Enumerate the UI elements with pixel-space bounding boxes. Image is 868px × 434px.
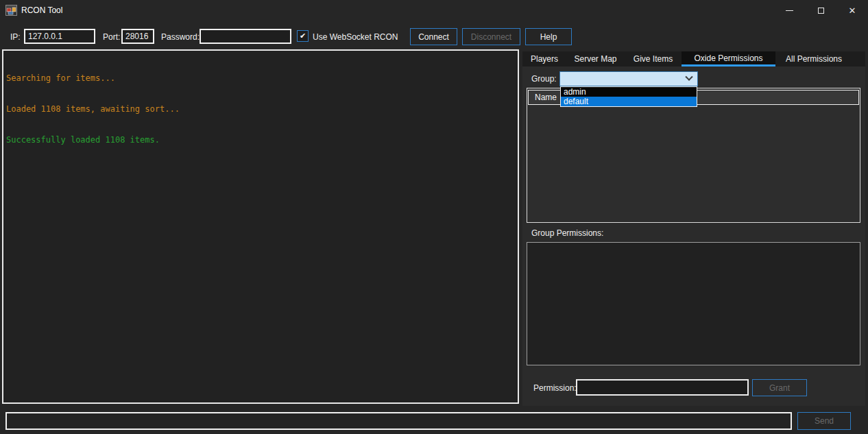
send-button[interactable]: Send — [797, 412, 851, 430]
permission-label: Permission: — [533, 383, 577, 393]
dropdown-option-default[interactable]: default — [561, 97, 697, 106]
maximize-button[interactable] — [805, 0, 836, 21]
console-line: Searching for items... — [6, 73, 515, 84]
tab-give-items[interactable]: Give Items — [625, 51, 682, 67]
console-line: Loaded 1108 items, awaiting sort... — [6, 104, 515, 114]
tab-server-map[interactable]: Server Map — [566, 51, 625, 67]
ip-label: IP: — [10, 32, 21, 42]
window-controls: ✕ — [773, 0, 868, 21]
group-members-table[interactable]: Name — [527, 88, 860, 223]
close-icon: ✕ — [849, 6, 856, 15]
port-input[interactable] — [121, 29, 154, 44]
tab-all-permissions[interactable]: All Permissions — [775, 51, 852, 67]
group-permissions-label: Group Permissions: — [531, 228, 603, 238]
console-line: Successfully loaded 1108 items. — [6, 135, 515, 145]
close-button[interactable]: ✕ — [836, 0, 868, 21]
command-input[interactable] — [5, 412, 792, 430]
websocket-label: Use WebSocket RCON — [313, 32, 398, 42]
group-label: Group: — [531, 74, 557, 84]
websocket-checkbox[interactable]: ✔ — [297, 30, 309, 42]
group-combobox[interactable] — [559, 71, 698, 86]
tab-oxide-permissions[interactable]: Oxide Permissions — [682, 51, 775, 67]
password-input[interactable] — [200, 29, 291, 44]
group-dropdown-list: admin default — [560, 86, 697, 107]
connect-button[interactable]: Connect — [410, 28, 457, 45]
dropdown-option-admin[interactable]: admin — [561, 87, 697, 97]
tab-strip: Players Server Map Give Items Oxide Perm… — [522, 51, 865, 67]
group-permissions-list[interactable] — [527, 242, 860, 365]
titlebar: RCON Tool ✕ — [0, 0, 868, 21]
minimize-icon — [786, 10, 793, 11]
port-label: Port: — [103, 32, 120, 42]
disconnect-button[interactable]: Disconnect — [462, 28, 520, 45]
console-output[interactable]: Searching for items... Loaded 1108 items… — [2, 49, 519, 404]
maximize-icon — [818, 8, 824, 14]
ip-input[interactable] — [24, 29, 95, 44]
password-label: Password: — [161, 32, 200, 42]
help-button[interactable]: Help — [525, 28, 572, 45]
permission-input[interactable] — [576, 379, 749, 396]
oxide-permissions-panel: Group: admin default Name Group Permissi… — [522, 67, 865, 406]
app-icon — [5, 5, 17, 16]
connection-toolbar: IP: Port: Password: ✔ Use WebSocket RCON… — [0, 26, 868, 47]
tab-players[interactable]: Players — [522, 51, 566, 67]
minimize-button[interactable] — [773, 0, 805, 21]
checkmark-icon: ✔ — [300, 32, 306, 40]
window-title: RCON Tool — [21, 5, 62, 15]
app-window: RCON Tool ✕ IP: Port: Password: ✔ Use We… — [0, 0, 868, 434]
grant-button[interactable]: Grant — [752, 379, 807, 396]
chevron-down-icon — [685, 73, 692, 81]
